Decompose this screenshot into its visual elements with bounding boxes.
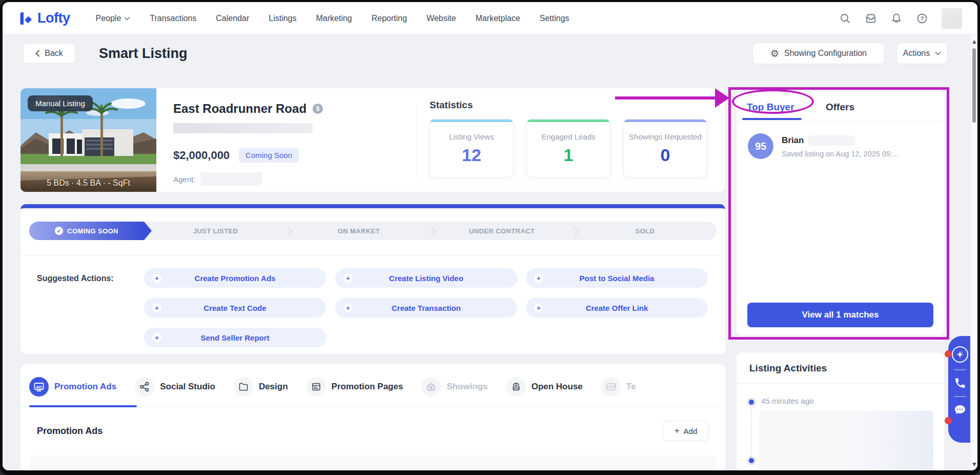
stage-under-contract[interactable]: UNDER CONTRACT bbox=[431, 222, 574, 240]
divider bbox=[737, 383, 944, 384]
showing-configuration-button[interactable]: ⚙ Showing Configuration bbox=[752, 43, 885, 64]
tab-label: Social Studio bbox=[160, 382, 215, 392]
tab-offers[interactable]: Offers bbox=[826, 102, 854, 113]
showing-eye-icon bbox=[421, 377, 441, 397]
timeline-connector bbox=[751, 410, 751, 461]
timeline-dot bbox=[749, 400, 754, 405]
user-avatar[interactable] bbox=[942, 8, 962, 29]
buyer-name-row[interactable]: Brian bbox=[782, 135, 855, 146]
divider bbox=[417, 104, 417, 178]
nav-item-reporting[interactable]: Reporting bbox=[372, 14, 407, 23]
matches-panel: Top Buyer Offers 95 Brian Saved listing … bbox=[737, 91, 944, 335]
tab-open-house[interactable]: OPEN Open House bbox=[506, 377, 583, 397]
divider bbox=[737, 121, 944, 122]
tab-label: Open House bbox=[532, 382, 583, 392]
buyer-last-name-redacted bbox=[808, 135, 855, 146]
buyer-match-score: 95 bbox=[748, 133, 773, 159]
nav-item-marketplace[interactable]: Marketplace bbox=[476, 14, 520, 23]
promotion-ads-content-redacted bbox=[29, 456, 717, 470]
tab-social-studio[interactable]: Social Studio bbox=[135, 377, 215, 397]
action-label: Create Text Code bbox=[144, 304, 326, 312]
action-post-to-social-media[interactable]: +Post to Social Media bbox=[526, 268, 708, 288]
stage-sold[interactable]: SOLD bbox=[574, 222, 717, 240]
activity-timestamp: 45 minutes ago bbox=[761, 397, 814, 405]
chevron-left-icon bbox=[35, 50, 40, 57]
nav-item-listings[interactable]: Listings bbox=[269, 14, 296, 23]
divider bbox=[954, 369, 966, 370]
lofty-logo-icon bbox=[18, 11, 33, 26]
property-specs: 5 BDs · 4.5 BA · - SqFt bbox=[21, 179, 156, 188]
phone-button[interactable] bbox=[954, 377, 966, 389]
manual-listing-badge: Manual Listing bbox=[28, 95, 93, 111]
actions-label: Actions bbox=[903, 49, 930, 58]
nav-item-calendar[interactable]: Calendar bbox=[216, 14, 249, 23]
listing-activities-card: Listing Activities 45 minutes ago bbox=[737, 352, 944, 470]
action-create-promotion-ads[interactable]: +Create Promotion Ads bbox=[144, 268, 326, 288]
stat-value: 0 bbox=[624, 145, 707, 165]
stage-on-market[interactable]: ON MARKET bbox=[287, 222, 430, 240]
annotation-arrow-head bbox=[715, 88, 729, 108]
nav-item-marketing[interactable]: Marketing bbox=[316, 14, 352, 23]
ai-assistant-button[interactable] bbox=[952, 346, 968, 363]
property-photo[interactable]: Manual Listing 5 BDs · 4.5 BA · - SqFt bbox=[21, 88, 156, 192]
stat-label: Engaged Leads bbox=[527, 132, 610, 141]
tab-design[interactable]: Design bbox=[234, 377, 288, 397]
stage-coming-soon[interactable]: ✓ COMING SOON bbox=[29, 222, 144, 240]
plus-icon: + bbox=[343, 273, 353, 283]
plus-icon: + bbox=[534, 273, 543, 283]
listing-status-badge: Coming Soon bbox=[239, 148, 299, 163]
action-create-offer-link[interactable]: +Create Offer Link bbox=[526, 298, 708, 318]
code-icon: CODE bbox=[601, 377, 621, 397]
back-label: Back bbox=[45, 49, 63, 58]
nav-item-people[interactable]: People bbox=[95, 14, 130, 23]
action-create-transaction[interactable]: +Create Transaction bbox=[335, 298, 517, 318]
action-send-seller-report[interactable]: +Send Seller Report bbox=[144, 328, 326, 347]
help-icon[interactable]: ? bbox=[916, 12, 928, 25]
back-button[interactable]: Back bbox=[23, 43, 75, 64]
actions-button[interactable]: Actions bbox=[896, 43, 948, 64]
scrollbar-down-arrow[interactable] bbox=[972, 463, 976, 466]
nav-item-transactions[interactable]: Transactions bbox=[150, 14, 196, 23]
agent-row: Agent: bbox=[173, 172, 262, 186]
active-tab-underline bbox=[29, 405, 137, 407]
action-create-listing-video[interactable]: +Create Listing Video bbox=[335, 268, 517, 288]
stat-card-engaged-leads[interactable]: Engaged Leads 1 bbox=[526, 119, 610, 177]
tab-promotion-ads[interactable]: AD Promotion Ads bbox=[29, 377, 116, 397]
agent-label: Agent: bbox=[173, 175, 195, 184]
search-icon[interactable] bbox=[839, 12, 851, 25]
plus-icon: + bbox=[152, 303, 161, 312]
ad-icon: AD bbox=[29, 377, 49, 397]
view-all-matches-button[interactable]: View all 1 matches bbox=[747, 303, 933, 327]
inbox-icon[interactable] bbox=[865, 12, 877, 25]
add-promotion-ad-button[interactable]: + Add bbox=[663, 421, 709, 441]
tab-promotion-pages[interactable]: Promotion Pages bbox=[307, 377, 403, 397]
stat-card-showings-requested[interactable]: Showings Requested 0 bbox=[623, 119, 707, 177]
scrollbar-thumb[interactable] bbox=[972, 48, 976, 123]
stat-label: Showings Requested bbox=[624, 132, 707, 141]
action-label: Create Transaction bbox=[335, 304, 517, 312]
plus-icon: + bbox=[343, 303, 353, 312]
nav-item-settings[interactable]: Settings bbox=[540, 14, 569, 23]
divider bbox=[954, 396, 966, 397]
bell-icon[interactable] bbox=[890, 12, 903, 25]
svg-text:AD: AD bbox=[36, 385, 42, 389]
action-create-text-code[interactable]: +Create Text Code bbox=[144, 298, 326, 318]
floating-action-bar bbox=[948, 336, 972, 443]
lofty-logo[interactable]: Lofty bbox=[18, 10, 70, 26]
chevron-down-icon bbox=[124, 16, 130, 21]
open-house-sign-icon: OPEN bbox=[506, 377, 526, 397]
scrollbar-up-arrow[interactable] bbox=[972, 40, 976, 44]
tab-text-codes-truncated[interactable]: CODE Te bbox=[601, 377, 636, 397]
price-info-icon[interactable]: $ bbox=[313, 104, 323, 114]
tab-top-buyer[interactable]: Top Buyer bbox=[747, 102, 794, 113]
plus-icon: + bbox=[152, 273, 161, 283]
nav-item-website[interactable]: Website bbox=[426, 14, 456, 23]
stat-accent-strip bbox=[430, 120, 513, 122]
stage-just-listed[interactable]: JUST LISTED bbox=[144, 222, 287, 240]
stat-card-listing-views[interactable]: Listing Views 12 bbox=[430, 119, 514, 177]
tab-showings[interactable]: Showings bbox=[421, 377, 487, 397]
action-label: Create Listing Video bbox=[335, 274, 517, 283]
chevron-down-icon bbox=[935, 51, 941, 55]
chat-button[interactable] bbox=[954, 404, 966, 416]
page-scrollbar[interactable] bbox=[970, 35, 977, 470]
